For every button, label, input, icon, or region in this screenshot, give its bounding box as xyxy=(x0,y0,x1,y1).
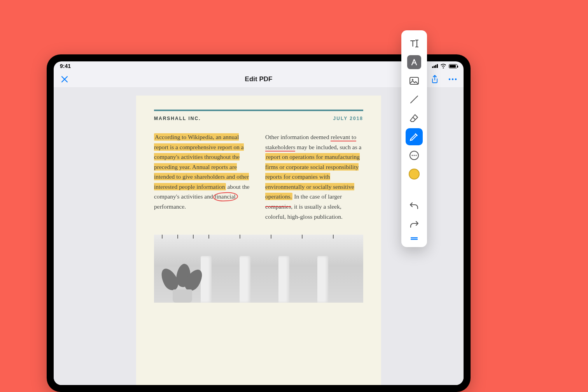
battery-icon xyxy=(449,64,457,68)
circled-annotation: financial xyxy=(215,193,236,200)
color-picker-button[interactable] xyxy=(406,166,423,183)
text-tool-button[interactable] xyxy=(406,35,423,52)
cellular-signal-icon xyxy=(432,64,438,68)
share-button[interactable] xyxy=(429,74,440,85)
doc-company: MARSHALL INC. xyxy=(154,116,201,121)
column-left: According to Wikipedia, an annual report… xyxy=(154,132,252,221)
text-cursor-icon xyxy=(409,38,419,49)
annotate-tool-button[interactable] xyxy=(406,128,423,145)
image-icon xyxy=(409,77,419,85)
strikethrough-annotation: companies xyxy=(265,203,291,210)
text-box-tool-button[interactable] xyxy=(407,55,421,69)
eraser-tool-button[interactable] xyxy=(406,110,423,127)
image-tool-button[interactable] xyxy=(406,72,423,89)
redo-icon xyxy=(409,220,419,229)
status-right xyxy=(432,64,457,68)
svg-point-2 xyxy=(455,78,457,80)
highlighted-text: According to Wikipedia, an annual report… xyxy=(154,133,249,190)
undo-button[interactable] xyxy=(406,197,423,214)
doc-date: JULY 2018 xyxy=(333,116,363,121)
line-icon xyxy=(409,94,419,105)
toolbar-drag-handle[interactable] xyxy=(406,235,423,242)
svg-point-6 xyxy=(411,155,413,156)
pdf-page[interactable]: MARSHALL INC. JULY 2018 According to Wik… xyxy=(136,96,381,385)
status-time: 9:41 xyxy=(60,63,71,69)
close-icon xyxy=(61,75,68,83)
close-button[interactable] xyxy=(59,74,70,85)
svg-point-1 xyxy=(452,78,453,80)
grab-handle-icon xyxy=(410,237,418,240)
letter-a-icon xyxy=(410,58,418,66)
svg-point-7 xyxy=(413,155,415,156)
body-text: performance. xyxy=(154,203,186,210)
edit-toolbar[interactable] xyxy=(401,30,427,247)
wifi-icon xyxy=(440,64,446,68)
color-swatch-icon xyxy=(409,169,420,179)
more-button[interactable] xyxy=(447,74,458,85)
body-text: In the case of larger xyxy=(292,193,342,200)
redo-button[interactable] xyxy=(406,216,423,233)
marker-icon xyxy=(409,132,419,142)
eraser-icon xyxy=(409,113,419,123)
ellipsis-icon xyxy=(448,78,457,80)
undo-icon xyxy=(409,201,419,211)
more-tools-button[interactable] xyxy=(406,147,423,164)
svg-point-8 xyxy=(415,155,416,156)
body-text: may be included, such as a xyxy=(295,144,361,150)
ellipsis-circle-icon xyxy=(409,150,420,161)
line-tool-button[interactable] xyxy=(406,91,423,108)
svg-point-4 xyxy=(412,79,413,80)
body-text: Other information deemed xyxy=(265,134,331,140)
svg-point-0 xyxy=(449,78,450,80)
document-photo xyxy=(154,235,363,303)
share-icon xyxy=(431,75,439,84)
page-rule xyxy=(154,110,363,111)
page-title: Edit PDF xyxy=(245,75,273,83)
column-right: Other information deemed relevant to sta… xyxy=(265,132,363,221)
